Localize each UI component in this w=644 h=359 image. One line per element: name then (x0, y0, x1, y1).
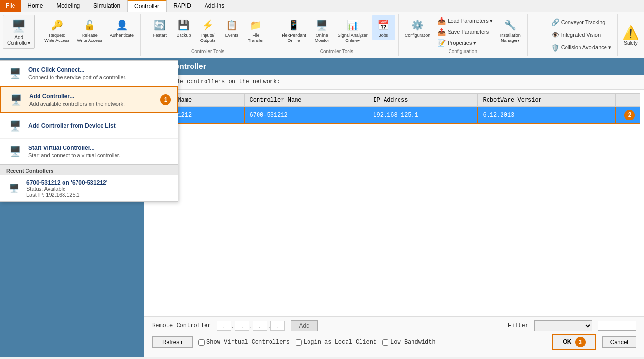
request-write-label: RequestWrite Access (44, 33, 69, 43)
tab-simulation[interactable]: Simulation (87, 0, 127, 12)
recent-controllers-label: Recent Controllers (0, 164, 178, 175)
col-badge (616, 94, 640, 107)
inputs-outputs-button[interactable]: ⚡ Inputs/Outputs (196, 15, 219, 46)
installation-manager-button[interactable]: 🔧 InstallationManager▾ (497, 15, 524, 46)
configuration-button[interactable]: ⚙️ Configuration (401, 15, 434, 40)
virtual-controller-subtitle: Start and connect to a virtual controlle… (28, 152, 120, 158)
ip-input-3[interactable] (253, 321, 267, 331)
integrated-vision-icon: 👁️ (551, 31, 559, 39)
cell-controller-name: 6700-531212 (245, 107, 368, 124)
recent-controller-item[interactable]: 🖥️ 6700-531212 on '6700-531212' Status: … (0, 175, 178, 201)
save-parameters-button[interactable]: 📤 Save Parameters (435, 27, 495, 37)
ip-dot-2: . (250, 322, 252, 329)
backup-label: Backup (177, 33, 191, 38)
load-parameters-button[interactable]: 📥 Load Parameters ▾ (435, 16, 495, 26)
tab-rapid[interactable]: RAPID (167, 0, 198, 12)
show-virtual-checkbox[interactable] (198, 339, 205, 346)
one-click-connect-item[interactable]: 🖥️ One Click Connect... Connect to the s… (0, 61, 178, 86)
conveyor-tracking-icon: 🔗 (551, 18, 559, 26)
restart-button[interactable]: 🔄 Restart (148, 15, 171, 40)
low-bandwidth-checkbox[interactable] (382, 339, 388, 346)
tab-file[interactable]: File (0, 0, 21, 12)
login-local-checkbox-label[interactable]: Login as Local Client (296, 339, 376, 346)
virtual-controller-icon: 🖥️ (6, 143, 24, 160)
filter-input[interactable] (598, 321, 636, 331)
events-icon: 📋 (224, 17, 240, 33)
signal-analyzer-icon: 📊 (345, 17, 361, 33)
properties-icon: 📝 (438, 39, 446, 47)
release-write-label: ReleaseWrite Access (77, 33, 102, 43)
one-click-connect-title: One Click Connect... (28, 66, 127, 73)
tab-addins[interactable]: Add-Ins (198, 0, 231, 12)
inputs-outputs-label: Inputs/Outputs (200, 33, 216, 43)
refresh-button[interactable]: Refresh (152, 336, 193, 348)
ip-input-2[interactable] (235, 321, 249, 331)
bottom-actions-row: Refresh Show Virtual Controllers Login a… (152, 334, 636, 350)
login-local-checkbox[interactable] (296, 339, 302, 346)
add-controller-button[interactable]: 🖥️ AddController▾ (3, 15, 35, 49)
load-parameters-icon: 📥 (438, 17, 446, 25)
cell-step-badge: 2 (616, 107, 640, 124)
save-parameters-icon: 📤 (438, 28, 446, 36)
ok-label: OK (563, 338, 571, 345)
safety-icon: ⚠️ (622, 25, 639, 40)
collision-avoidance-button[interactable]: 🛡️ Collision Avoidance ▾ (549, 43, 613, 53)
controller-table-container: System Name Controller Name IP Address R… (144, 90, 644, 316)
signal-analyzer-button[interactable]: 📊 Signal AnalyzerOnline▾ (335, 15, 371, 46)
properties-button[interactable]: 📝 Properties ▾ (435, 38, 495, 48)
ip-input-1[interactable] (217, 321, 231, 331)
conveyor-tracking-label: Conveyor Tracking (561, 19, 605, 25)
online-monitor-label: OnlineMonitor (315, 33, 329, 43)
device-list-icon: 🖥️ (6, 117, 24, 134)
integrated-vision-button[interactable]: 👁️ Integrated Vision (549, 30, 613, 40)
request-write-access-button[interactable]: 🔑 RequestWrite Access (41, 15, 73, 46)
start-virtual-controller-item[interactable]: 🖥️ Start Virtual Controller... Start and… (0, 139, 178, 164)
show-virtual-checkbox-label[interactable]: Show Virtual Controllers (198, 339, 290, 346)
ribbon-group-monitor: 📱 FlexPendantOnline 🖥️ OnlineMonitor 📊 S… (275, 14, 399, 56)
ok-button[interactable]: OK 3 (552, 334, 596, 350)
cancel-button[interactable]: Cancel (602, 336, 636, 348)
table-header: System Name Controller Name IP Address R… (149, 94, 640, 107)
configuration-label: Configuration (405, 33, 431, 38)
events-button[interactable]: 📋 Events (220, 15, 244, 40)
add-controller-device-list-item[interactable]: 🖥️ Add Controller from Device List (0, 113, 178, 139)
configuration-icon: ⚙️ (410, 17, 425, 33)
save-parameters-label: Save Parameters (448, 29, 489, 35)
recent-controller-text: 6700-531212 on '6700-531212' Status: Ava… (26, 179, 108, 198)
tab-home[interactable]: Home (21, 0, 50, 12)
add-controller-item[interactable]: 🖥️ Add Controller... Add available contr… (0, 86, 178, 113)
table-row[interactable]: 6700-531212 6700-531212 192.168.125.1 6.… (149, 107, 640, 124)
ip-input-group: . . . (217, 321, 285, 331)
online-monitor-button[interactable]: 🖥️ OnlineMonitor (310, 15, 334, 46)
add-button[interactable]: Add (291, 320, 317, 331)
inputs-outputs-icon: ⚡ (200, 17, 216, 33)
backup-button[interactable]: 💾 Backup (172, 15, 195, 40)
installation-manager-icon: 🔧 (502, 17, 518, 33)
collision-avoidance-label: Collision Avoidance ▾ (561, 44, 611, 51)
jobs-button[interactable]: 📅 Jobs (372, 15, 395, 40)
ip-dot-3: . (268, 322, 270, 329)
ip-input-4[interactable] (270, 321, 285, 331)
flexpendant-button[interactable]: 📱 FlexPendantOnline (278, 15, 309, 46)
installation-manager-label: InstallationManager▾ (500, 33, 521, 43)
events-label: Events (225, 33, 239, 38)
tab-controller[interactable]: Controller (127, 0, 167, 12)
tab-modeling[interactable]: Modeling (50, 0, 87, 12)
authenticate-label: Authenticate (110, 33, 134, 38)
file-transfer-button[interactable]: 📁 FileTransfer (245, 15, 268, 46)
release-write-access-button[interactable]: 🔓 ReleaseWrite Access (74, 15, 105, 46)
low-bandwidth-label: Low Bandwidth (390, 339, 436, 346)
dialog-bottom-bar: Remote Controller . . . Add Filter (144, 316, 644, 357)
load-parameters-label: Load Parameters ▾ (448, 18, 492, 24)
filter-select[interactable] (534, 320, 592, 331)
cell-robotware-version: 6.12.2013 (478, 107, 616, 124)
ribbon-content: 🖥️ AddController▾ 🔑 RequestWrite Access … (0, 12, 644, 58)
col-ip-address: IP Address (368, 94, 478, 107)
ribbon: File Home Modeling Simulation Controller… (0, 0, 644, 58)
cell-ip-address: 192.168.125.1 (368, 107, 478, 124)
remote-controller-label: Remote Controller (152, 322, 211, 329)
conveyor-tracking-button[interactable]: 🔗 Conveyor Tracking (549, 17, 613, 27)
authenticate-button[interactable]: 👤 Authenticate (106, 15, 137, 40)
step-3-badge: 3 (575, 337, 586, 347)
low-bandwidth-checkbox-label[interactable]: Low Bandwidth (382, 339, 436, 346)
